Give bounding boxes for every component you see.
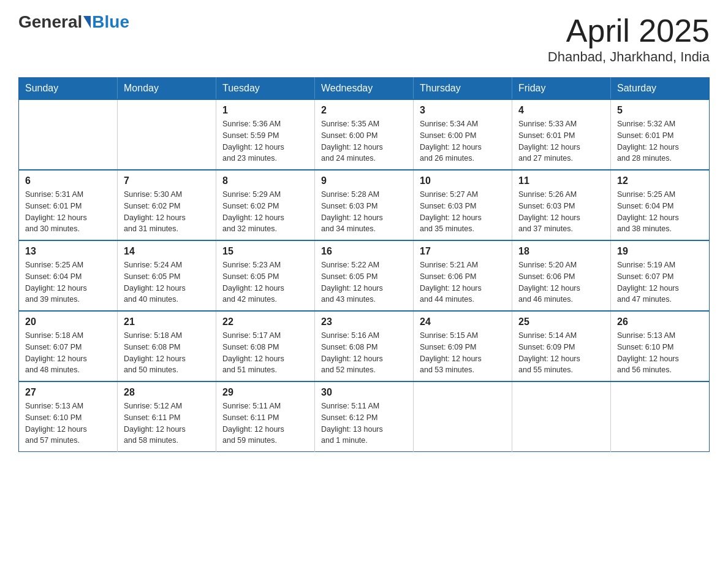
- day-number: 1: [222, 105, 308, 116]
- day-number: 6: [25, 175, 111, 186]
- calendar-cell: 8Sunrise: 5:29 AMSunset: 6:02 PMDaylight…: [216, 170, 315, 240]
- calendar-cell: 15Sunrise: 5:23 AMSunset: 6:05 PMDayligh…: [216, 240, 315, 311]
- day-number: 17: [420, 246, 506, 257]
- day-info: Sunrise: 5:14 AMSunset: 6:09 PMDaylight:…: [518, 330, 604, 376]
- calendar-subtitle: Dhanbad, Jharkhand, India: [548, 49, 710, 65]
- calendar-cell: 5Sunrise: 5:32 AMSunset: 6:01 PMDaylight…: [611, 99, 710, 170]
- day-info: Sunrise: 5:25 AMSunset: 6:04 PMDaylight:…: [617, 189, 703, 235]
- day-number: 22: [222, 316, 308, 327]
- weekday-header-saturday: Saturday: [611, 78, 710, 100]
- calendar-cell: 29Sunrise: 5:11 AMSunset: 6:11 PMDayligh…: [216, 381, 315, 452]
- day-info: Sunrise: 5:13 AMSunset: 6:10 PMDaylight:…: [617, 330, 703, 376]
- day-info: Sunrise: 5:23 AMSunset: 6:05 PMDaylight:…: [222, 259, 308, 305]
- day-number: 27: [25, 387, 111, 398]
- calendar-cell: [512, 381, 611, 452]
- calendar-cell: 26Sunrise: 5:13 AMSunset: 6:10 PMDayligh…: [611, 311, 710, 381]
- calendar-cell: 11Sunrise: 5:26 AMSunset: 6:03 PMDayligh…: [512, 170, 611, 240]
- calendar-cell: 6Sunrise: 5:31 AMSunset: 6:01 PMDaylight…: [19, 170, 118, 240]
- day-number: 29: [222, 387, 308, 398]
- calendar-cell: 21Sunrise: 5:18 AMSunset: 6:08 PMDayligh…: [118, 311, 216, 381]
- day-info: Sunrise: 5:34 AMSunset: 6:00 PMDaylight:…: [420, 118, 506, 164]
- calendar-cell: 2Sunrise: 5:35 AMSunset: 6:00 PMDaylight…: [315, 99, 414, 170]
- calendar-cell: 30Sunrise: 5:11 AMSunset: 6:12 PMDayligh…: [315, 381, 414, 452]
- day-info: Sunrise: 5:11 AMSunset: 6:11 PMDaylight:…: [222, 400, 308, 446]
- weekday-header-thursday: Thursday: [414, 78, 512, 100]
- weekday-header-tuesday: Tuesday: [216, 78, 315, 100]
- calendar-cell: 9Sunrise: 5:28 AMSunset: 6:03 PMDaylight…: [315, 170, 414, 240]
- day-info: Sunrise: 5:33 AMSunset: 6:01 PMDaylight:…: [518, 118, 604, 164]
- day-info: Sunrise: 5:25 AMSunset: 6:04 PMDaylight:…: [25, 259, 111, 305]
- day-number: 21: [124, 316, 210, 327]
- calendar-cell: 25Sunrise: 5:14 AMSunset: 6:09 PMDayligh…: [512, 311, 611, 381]
- day-info: Sunrise: 5:26 AMSunset: 6:03 PMDaylight:…: [518, 189, 604, 235]
- day-info: Sunrise: 5:20 AMSunset: 6:06 PMDaylight:…: [518, 259, 604, 305]
- day-number: 28: [124, 387, 210, 398]
- day-number: 7: [124, 175, 210, 186]
- day-number: 4: [518, 105, 604, 116]
- day-info: Sunrise: 5:19 AMSunset: 6:07 PMDaylight:…: [617, 259, 703, 305]
- day-info: Sunrise: 5:21 AMSunset: 6:06 PMDaylight:…: [420, 259, 506, 305]
- day-info: Sunrise: 5:18 AMSunset: 6:08 PMDaylight:…: [124, 330, 210, 376]
- day-info: Sunrise: 5:31 AMSunset: 6:01 PMDaylight:…: [25, 189, 111, 235]
- day-number: 13: [25, 246, 111, 257]
- calendar-cell: 28Sunrise: 5:12 AMSunset: 6:11 PMDayligh…: [118, 381, 216, 452]
- day-number: 2: [321, 105, 407, 116]
- day-info: Sunrise: 5:29 AMSunset: 6:02 PMDaylight:…: [222, 189, 308, 235]
- calendar-cell: 4Sunrise: 5:33 AMSunset: 6:01 PMDaylight…: [512, 99, 611, 170]
- day-number: 18: [518, 246, 604, 257]
- day-info: Sunrise: 5:22 AMSunset: 6:05 PMDaylight:…: [321, 259, 407, 305]
- calendar-cell: 23Sunrise: 5:16 AMSunset: 6:08 PMDayligh…: [315, 311, 414, 381]
- day-info: Sunrise: 5:30 AMSunset: 6:02 PMDaylight:…: [124, 189, 210, 235]
- calendar-cell: [611, 381, 710, 452]
- day-info: Sunrise: 5:17 AMSunset: 6:08 PMDaylight:…: [222, 330, 308, 376]
- day-info: Sunrise: 5:13 AMSunset: 6:10 PMDaylight:…: [25, 400, 111, 446]
- day-number: 15: [222, 246, 308, 257]
- day-info: Sunrise: 5:36 AMSunset: 5:59 PMDaylight:…: [222, 118, 308, 164]
- day-number: 26: [617, 316, 703, 327]
- calendar-cell: 7Sunrise: 5:30 AMSunset: 6:02 PMDaylight…: [118, 170, 216, 240]
- calendar-week-row: 6Sunrise: 5:31 AMSunset: 6:01 PMDaylight…: [19, 170, 710, 240]
- calendar-cell: 16Sunrise: 5:22 AMSunset: 6:05 PMDayligh…: [315, 240, 414, 311]
- day-info: Sunrise: 5:16 AMSunset: 6:08 PMDaylight:…: [321, 330, 407, 376]
- calendar-week-row: 27Sunrise: 5:13 AMSunset: 6:10 PMDayligh…: [19, 381, 710, 452]
- logo-arrow-icon: [83, 16, 91, 28]
- day-info: Sunrise: 5:28 AMSunset: 6:03 PMDaylight:…: [321, 189, 407, 235]
- day-number: 30: [321, 387, 407, 398]
- day-number: 14: [124, 246, 210, 257]
- calendar-cell: 24Sunrise: 5:15 AMSunset: 6:09 PMDayligh…: [414, 311, 512, 381]
- day-info: Sunrise: 5:27 AMSunset: 6:03 PMDaylight:…: [420, 189, 506, 235]
- calendar-week-row: 1Sunrise: 5:36 AMSunset: 5:59 PMDaylight…: [19, 99, 710, 170]
- calendar-week-row: 13Sunrise: 5:25 AMSunset: 6:04 PMDayligh…: [19, 240, 710, 311]
- day-number: 11: [518, 175, 604, 186]
- day-info: Sunrise: 5:24 AMSunset: 6:05 PMDaylight:…: [124, 259, 210, 305]
- weekday-header-friday: Friday: [512, 78, 611, 100]
- calendar-cell: [118, 99, 216, 170]
- day-number: 16: [321, 246, 407, 257]
- day-number: 23: [321, 316, 407, 327]
- day-number: 12: [617, 175, 703, 186]
- day-number: 24: [420, 316, 506, 327]
- weekday-header-monday: Monday: [118, 78, 216, 100]
- day-info: Sunrise: 5:15 AMSunset: 6:09 PMDaylight:…: [420, 330, 506, 376]
- weekday-header-wednesday: Wednesday: [315, 78, 414, 100]
- calendar-cell: 1Sunrise: 5:36 AMSunset: 5:59 PMDaylight…: [216, 99, 315, 170]
- calendar-cell: 3Sunrise: 5:34 AMSunset: 6:00 PMDaylight…: [414, 99, 512, 170]
- page-header: General Blue April 2025 Dhanbad, Jharkha…: [18, 12, 710, 65]
- logo-blue-text: Blue: [92, 12, 129, 32]
- day-number: 8: [222, 175, 308, 186]
- weekday-header-sunday: Sunday: [19, 78, 118, 100]
- calendar-header: SundayMondayTuesdayWednesdayThursdayFrid…: [19, 78, 710, 100]
- calendar-week-row: 20Sunrise: 5:18 AMSunset: 6:07 PMDayligh…: [19, 311, 710, 381]
- calendar-body: 1Sunrise: 5:36 AMSunset: 5:59 PMDaylight…: [19, 99, 710, 452]
- day-number: 10: [420, 175, 506, 186]
- calendar-title: April 2025: [548, 12, 710, 49]
- day-number: 9: [321, 175, 407, 186]
- day-number: 19: [617, 246, 703, 257]
- day-number: 5: [617, 105, 703, 116]
- calendar-cell: 17Sunrise: 5:21 AMSunset: 6:06 PMDayligh…: [414, 240, 512, 311]
- day-number: 3: [420, 105, 506, 116]
- day-info: Sunrise: 5:12 AMSunset: 6:11 PMDaylight:…: [124, 400, 210, 446]
- weekday-header-row: SundayMondayTuesdayWednesdayThursdayFrid…: [19, 78, 710, 100]
- calendar-cell: 18Sunrise: 5:20 AMSunset: 6:06 PMDayligh…: [512, 240, 611, 311]
- calendar-cell: 10Sunrise: 5:27 AMSunset: 6:03 PMDayligh…: [414, 170, 512, 240]
